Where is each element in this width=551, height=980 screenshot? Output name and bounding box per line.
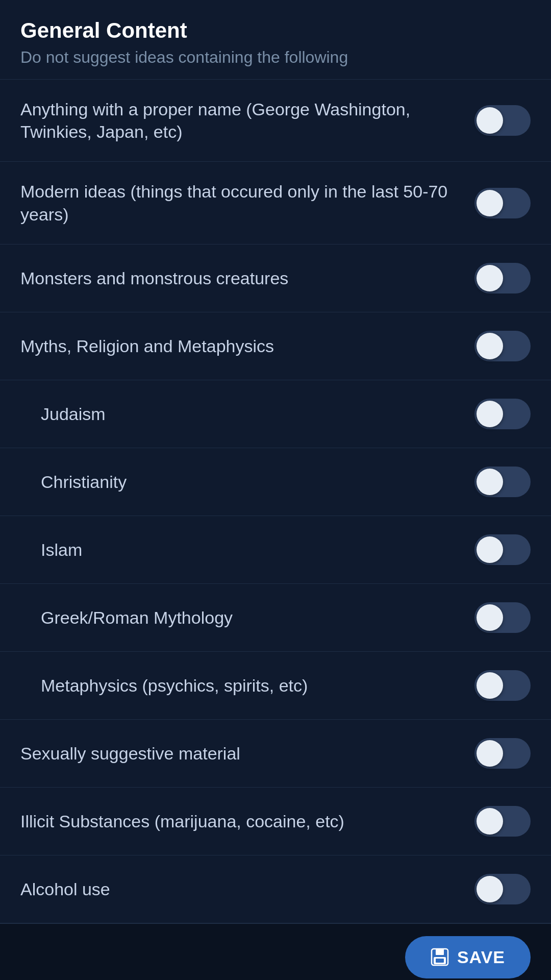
setting-row-judaism: Judaism: [0, 380, 551, 448]
toggle-alcohol[interactable]: [474, 874, 531, 904]
toggle-greek-roman[interactable]: [474, 602, 531, 633]
settings-list: Anything with a proper name (George Wash…: [0, 80, 551, 923]
svg-rect-1: [436, 949, 444, 955]
setting-label-proper-name: Anything with a proper name (George Wash…: [20, 98, 474, 143]
page-title: General Content: [20, 18, 531, 43]
toggle-track-islam: [474, 534, 531, 565]
toggle-thumb-islam: [477, 536, 503, 563]
toggle-track-alcohol: [474, 874, 531, 904]
toggle-thumb-alcohol: [477, 876, 503, 902]
page-subtitle: Do not suggest ideas containing the foll…: [20, 48, 531, 67]
setting-row-alcohol: Alcohol use: [0, 855, 551, 923]
setting-label-alcohol: Alcohol use: [20, 878, 474, 900]
toggle-thumb-metaphysics: [477, 672, 503, 699]
setting-label-christianity: Christianity: [41, 471, 474, 493]
setting-row-greek-roman: Greek/Roman Mythology: [0, 584, 551, 652]
toggle-track-illicit-substances: [474, 806, 531, 837]
toggle-myths-religion[interactable]: [474, 331, 531, 361]
toggle-track-greek-roman: [474, 602, 531, 633]
toggle-modern-ideas[interactable]: [474, 188, 531, 218]
setting-label-myths-religion: Myths, Religion and Metaphysics: [20, 335, 474, 357]
toggle-islam[interactable]: [474, 534, 531, 565]
setting-label-greek-roman: Greek/Roman Mythology: [41, 606, 474, 629]
header: General Content Do not suggest ideas con…: [0, 0, 551, 80]
toggle-track-myths-religion: [474, 331, 531, 361]
svg-rect-3: [436, 959, 444, 963]
toggle-track-sexually-suggestive: [474, 738, 531, 769]
setting-row-christianity: Christianity: [0, 448, 551, 516]
toggle-thumb-monsters: [477, 265, 503, 291]
page-container: General Content Do not suggest ideas con…: [0, 0, 551, 980]
save-label: SAVE: [457, 947, 505, 967]
toggle-monsters[interactable]: [474, 263, 531, 293]
toggle-thumb-proper-name: [477, 107, 503, 134]
setting-label-islam: Islam: [41, 538, 474, 561]
toggle-thumb-illicit-substances: [477, 808, 503, 835]
toggle-track-monsters: [474, 263, 531, 293]
setting-row-monsters: Monsters and monstrous creatures: [0, 244, 551, 312]
setting-label-judaism: Judaism: [41, 403, 474, 425]
footer: SAVE: [0, 923, 551, 980]
toggle-track-proper-name: [474, 105, 531, 136]
setting-label-modern-ideas: Modern ideas (things that occured only i…: [20, 180, 474, 225]
setting-row-islam: Islam: [0, 516, 551, 584]
setting-row-modern-ideas: Modern ideas (things that occured only i…: [0, 162, 551, 244]
toggle-track-metaphysics: [474, 670, 531, 701]
toggle-track-judaism: [474, 399, 531, 429]
setting-row-proper-name: Anything with a proper name (George Wash…: [0, 80, 551, 162]
toggle-thumb-judaism: [477, 401, 503, 427]
setting-label-metaphysics: Metaphysics (psychics, spirits, etc): [41, 674, 474, 697]
toggle-sexually-suggestive[interactable]: [474, 738, 531, 769]
save-button[interactable]: SAVE: [405, 936, 531, 978]
toggle-thumb-greek-roman: [477, 604, 503, 631]
setting-row-sexually-suggestive: Sexually suggestive material: [0, 720, 551, 788]
toggle-metaphysics[interactable]: [474, 670, 531, 701]
toggle-thumb-modern-ideas: [477, 190, 503, 216]
toggle-thumb-myths-religion: [477, 333, 503, 359]
toggle-track-modern-ideas: [474, 188, 531, 218]
toggle-thumb-christianity: [477, 469, 503, 495]
toggle-judaism[interactable]: [474, 399, 531, 429]
setting-row-metaphysics: Metaphysics (psychics, spirits, etc): [0, 652, 551, 720]
setting-label-illicit-substances: Illicit Substances (marijuana, cocaine, …: [20, 810, 474, 832]
setting-label-sexually-suggestive: Sexually suggestive material: [20, 742, 474, 765]
setting-row-illicit-substances: Illicit Substances (marijuana, cocaine, …: [0, 788, 551, 855]
setting-row-myths-religion: Myths, Religion and Metaphysics: [0, 312, 551, 380]
toggle-illicit-substances[interactable]: [474, 806, 531, 837]
toggle-thumb-sexually-suggestive: [477, 740, 503, 767]
toggle-track-christianity: [474, 467, 531, 497]
save-icon: [431, 948, 449, 966]
toggle-proper-name[interactable]: [474, 105, 531, 136]
setting-label-monsters: Monsters and monstrous creatures: [20, 267, 474, 289]
toggle-christianity[interactable]: [474, 467, 531, 497]
